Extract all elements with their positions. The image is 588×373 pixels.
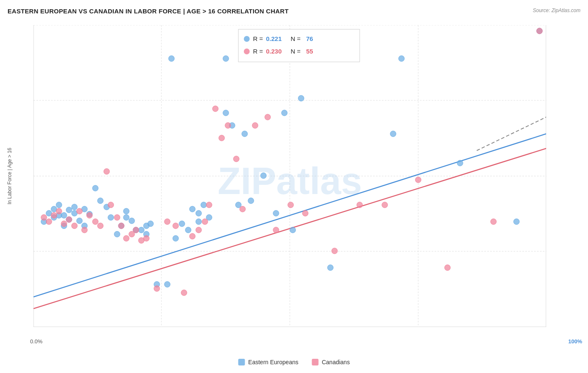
svg-point-22 [61, 212, 67, 218]
svg-text:R =: R = [253, 48, 263, 55]
svg-point-53 [201, 202, 207, 208]
svg-point-68 [390, 131, 396, 137]
legend-label-eastern-europeans: Eastern Europeans [248, 359, 299, 365]
svg-point-26 [72, 204, 77, 210]
bottom-legend: Eastern Europeans Canadians [238, 359, 350, 365]
svg-point-85 [104, 169, 110, 174]
svg-point-62 [261, 173, 266, 179]
svg-point-60 [242, 131, 248, 137]
svg-point-47 [173, 235, 179, 241]
svg-point-81 [82, 227, 87, 233]
legend-dot-pink [312, 359, 318, 365]
svg-point-88 [118, 223, 124, 229]
svg-text:R =: R = [253, 35, 263, 42]
svg-point-76 [56, 208, 62, 214]
svg-point-95 [164, 219, 170, 225]
svg-point-104 [225, 123, 231, 128]
svg-point-96 [173, 223, 179, 229]
svg-point-83 [92, 219, 98, 225]
svg-point-70 [457, 160, 463, 166]
svg-point-66 [298, 95, 304, 101]
svg-point-99 [196, 227, 202, 233]
svg-point-93 [143, 235, 149, 241]
svg-point-51 [196, 219, 202, 225]
svg-point-107 [252, 123, 258, 128]
svg-point-55 [169, 56, 174, 61]
svg-text:76: 76 [306, 35, 313, 42]
y-axis-label: In Labor Force | Age > 16 [7, 148, 13, 204]
svg-point-113 [357, 202, 363, 208]
svg-point-86 [108, 202, 114, 208]
svg-point-37 [123, 215, 129, 220]
chart-container: EASTERN EUROPEAN VS CANADIAN IN LABOR FO… [0, 0, 588, 373]
svg-point-125 [244, 49, 250, 54]
svg-point-69 [399, 56, 404, 61]
svg-point-117 [491, 219, 496, 225]
svg-point-57 [223, 110, 229, 116]
svg-point-31 [92, 185, 98, 191]
svg-point-48 [179, 221, 185, 227]
legend-item-canadians: Canadians [312, 359, 350, 365]
svg-point-110 [288, 202, 294, 208]
svg-point-94 [154, 286, 160, 291]
svg-point-32 [97, 198, 103, 204]
svg-point-100 [202, 219, 208, 225]
svg-point-87 [114, 215, 120, 220]
svg-text:N =: N = [291, 35, 301, 42]
svg-point-73 [41, 215, 47, 220]
svg-point-105 [233, 156, 239, 162]
svg-point-109 [273, 227, 279, 233]
svg-point-98 [189, 233, 195, 239]
svg-point-91 [133, 227, 139, 233]
svg-point-27 [77, 218, 82, 224]
svg-point-82 [87, 212, 92, 218]
svg-point-74 [46, 219, 52, 225]
svg-point-115 [415, 177, 421, 183]
svg-rect-119 [238, 29, 360, 62]
svg-point-75 [51, 212, 57, 218]
svg-point-71 [514, 219, 519, 225]
svg-point-35 [114, 231, 120, 237]
source-label: Source: ZipAtlas.com [533, 8, 580, 13]
svg-point-24 [66, 207, 72, 213]
svg-point-108 [265, 114, 271, 120]
svg-text:55: 55 [306, 48, 313, 55]
svg-point-80 [77, 208, 82, 214]
svg-point-41 [138, 227, 144, 233]
svg-point-20 [56, 202, 62, 208]
svg-point-84 [97, 223, 103, 229]
svg-point-78 [66, 217, 72, 222]
legend-dot-blue [238, 359, 245, 365]
svg-point-106 [240, 206, 245, 212]
svg-point-61 [248, 198, 254, 204]
legend-item-eastern-europeans: Eastern Europeans [238, 359, 299, 365]
svg-text:N =: N = [291, 48, 301, 55]
chart-svg: ZIPatlas [33, 25, 546, 327]
svg-point-34 [108, 215, 114, 220]
svg-point-89 [123, 235, 129, 241]
svg-point-56 [223, 56, 229, 61]
svg-point-38 [123, 208, 129, 214]
svg-text:ZIPatlas: ZIPatlas [217, 160, 362, 202]
svg-text:0.221: 0.221 [266, 35, 282, 42]
svg-point-39 [129, 218, 135, 224]
svg-point-118 [537, 28, 542, 34]
svg-point-116 [445, 265, 450, 271]
svg-point-64 [281, 110, 287, 116]
svg-point-77 [61, 221, 67, 227]
x-axis-left: 0.0% [30, 338, 43, 345]
svg-point-114 [382, 202, 388, 208]
svg-point-102 [212, 106, 218, 112]
svg-point-79 [72, 223, 77, 229]
svg-point-97 [181, 290, 187, 296]
svg-point-44 [148, 221, 153, 227]
svg-point-65 [290, 227, 296, 233]
svg-point-63 [273, 210, 279, 216]
legend-label-canadians: Canadians [322, 359, 350, 365]
svg-text:0.230: 0.230 [266, 48, 282, 55]
svg-point-111 [302, 210, 308, 216]
x-axis-right: 100% [568, 338, 582, 345]
svg-point-67 [327, 265, 333, 271]
chart-title: EASTERN EUROPEAN VS CANADIAN IN LABOR FO… [8, 8, 289, 15]
svg-point-120 [244, 36, 250, 42]
